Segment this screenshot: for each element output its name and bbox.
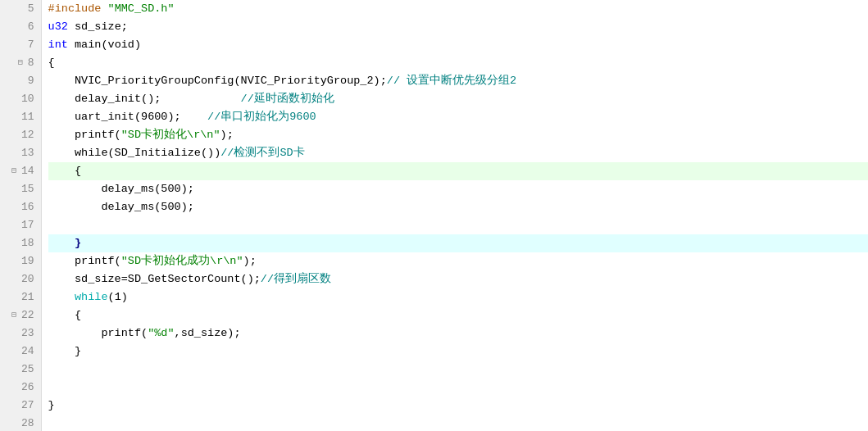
fold-icon[interactable]: ⊟ <box>10 311 18 320</box>
token-comment: //串口初始化为9600 <box>181 108 316 126</box>
code-line: } <box>48 343 868 361</box>
token-comment: // 设置中断优先级分组2 <box>387 72 516 90</box>
line-num-text: 24 <box>21 343 34 361</box>
line-number: 18 <box>7 234 34 252</box>
code-line: uart_init(9600); //串口初始化为9600 <box>48 108 868 126</box>
token-comment: //检测不到SD卡 <box>220 144 304 162</box>
token-plain: delay_ms(500); <box>48 180 194 198</box>
line-number: 23 <box>7 324 34 343</box>
token-plain: { <box>48 162 82 180</box>
line-number: 7 <box>7 36 34 54</box>
token-plain: sd_size; <box>68 18 128 36</box>
token-brk: } <box>48 234 82 252</box>
token-plain: uart_init(9600); <box>48 108 181 126</box>
line-num-text: 23 <box>21 324 34 343</box>
line-number: 10 <box>7 90 34 108</box>
token-plain: { <box>48 306 82 324</box>
token-str: "%d" <box>148 324 174 343</box>
token-kw2: while <box>48 288 108 306</box>
code-line: #include "MMC_SD.h" <box>48 0 868 18</box>
token-kw: int <box>48 36 68 54</box>
fold-icon[interactable]: ⊟ <box>16 59 25 67</box>
code-line <box>48 415 868 431</box>
code-line <box>48 216 868 234</box>
token-plain: ,sd_size); <box>175 324 241 343</box>
line-num-text: 11 <box>21 108 34 126</box>
line-number: 13 <box>7 144 34 162</box>
line-number: 24 <box>7 343 34 361</box>
code-lines: #include "MMC_SD.h"u32 sd_size;int main(… <box>42 0 868 431</box>
token-plain <box>101 0 107 18</box>
code-area: 567⊟8910111213⊟1415161718192021⊟22232425… <box>0 0 868 431</box>
line-number: 26 <box>7 379 34 397</box>
line-num-text: 14 <box>21 162 34 180</box>
code-editor: 567⊟8910111213⊟1415161718192021⊟22232425… <box>0 0 868 431</box>
code-line: u32 sd_size; <box>48 18 868 36</box>
token-include-str: "MMC_SD.h" <box>108 0 175 18</box>
code-line: delay_ms(500); <box>48 198 868 216</box>
line-number: 11 <box>7 108 34 126</box>
line-num-text: 7 <box>28 36 34 54</box>
code-line <box>48 361 868 379</box>
line-num-text: 8 <box>28 54 34 72</box>
code-line: { <box>48 162 868 180</box>
line-number: 28 <box>7 415 34 431</box>
line-num-text: 19 <box>21 252 34 270</box>
line-number: ⊟22 <box>7 306 34 324</box>
line-num-text: 26 <box>21 379 34 397</box>
token-plain: (1) <box>108 288 128 306</box>
token-plain: ); <box>220 126 234 144</box>
line-num-text: 13 <box>21 144 34 162</box>
token-plain: delay_ms(500); <box>48 198 194 216</box>
line-num-text: 27 <box>21 397 34 415</box>
line-num-text: 6 <box>28 18 34 36</box>
line-number: ⊟14 <box>7 162 34 180</box>
token-plain: } <box>48 343 82 361</box>
line-number: 16 <box>7 198 34 216</box>
code-line: { <box>48 306 868 324</box>
line-number: 6 <box>7 18 34 36</box>
line-number: 12 <box>7 126 34 144</box>
line-number: 15 <box>7 180 34 198</box>
line-number: 27 <box>7 397 34 415</box>
code-line: printf("SD卡初始化\r\n"); <box>48 126 868 144</box>
token-macro: #include <box>48 0 102 18</box>
line-number: 17 <box>7 216 34 234</box>
line-number: ⊟8 <box>7 54 34 72</box>
line-num-text: 25 <box>21 361 34 379</box>
code-line <box>48 379 868 397</box>
line-num-text: 28 <box>21 415 34 431</box>
token-str: "SD卡初始化\r\n" <box>121 126 220 144</box>
code-line: } <box>48 234 868 252</box>
token-plain: { <box>48 54 55 72</box>
line-num-text: 17 <box>21 216 34 234</box>
line-number: 21 <box>7 288 34 306</box>
token-plain: } <box>48 397 55 415</box>
line-num-text: 10 <box>21 90 34 108</box>
token-kw: u32 <box>48 18 68 36</box>
token-str: "SD卡初始化成功\r\n" <box>121 252 243 270</box>
fold-icon[interactable]: ⊟ <box>10 167 18 175</box>
code-line: delay_ms(500); <box>48 180 868 198</box>
token-plain: printf( <box>48 126 121 144</box>
code-line: sd_size=SD_GetSectorCount();//得到扇区数 <box>48 270 868 288</box>
token-plain: printf( <box>48 324 148 343</box>
token-plain: while(SD_Initialize()) <box>48 144 221 162</box>
code-line: delay_init(); //延时函数初始化 <box>48 90 868 108</box>
line-number: 19 <box>7 252 34 270</box>
line-number: 9 <box>7 72 34 90</box>
line-num-text: 18 <box>21 234 34 252</box>
code-line: } <box>48 397 868 415</box>
code-line: while(1) <box>48 288 868 306</box>
token-plain: sd_size=SD_GetSectorCount(); <box>48 270 261 288</box>
code-line: printf("SD卡初始化成功\r\n"); <box>48 252 868 270</box>
token-plain: NVIC_PriorityGroupConfig(NVIC_PriorityGr… <box>48 72 387 90</box>
code-line: NVIC_PriorityGroupConfig(NVIC_PriorityGr… <box>48 72 868 90</box>
line-num-text: 16 <box>21 198 34 216</box>
line-number: 25 <box>7 361 34 379</box>
line-num-text: 20 <box>21 270 34 288</box>
line-number: 5 <box>7 0 34 18</box>
code-line: printf("%d",sd_size); <box>48 324 868 343</box>
code-line: while(SD_Initialize())//检测不到SD卡 <box>48 144 868 162</box>
line-numbers: 567⊟8910111213⊟1415161718192021⊟22232425… <box>0 0 42 431</box>
